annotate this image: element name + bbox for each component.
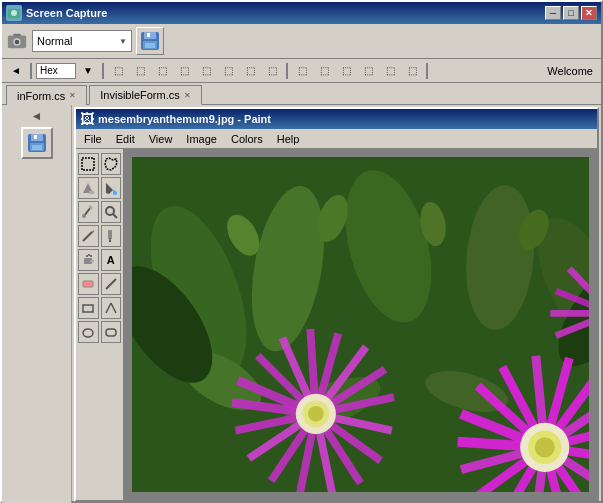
paint-window-title: mesembryanthemum9.jpg - Paint xyxy=(98,113,271,125)
tool-fill[interactable] xyxy=(78,177,99,199)
maximize-button[interactable]: □ xyxy=(563,6,579,20)
window-icon xyxy=(6,5,22,21)
svg-rect-8 xyxy=(147,33,150,37)
menu-image[interactable]: Image xyxy=(180,131,223,147)
tool-row-2 xyxy=(78,177,121,199)
tb-btn-13[interactable]: ⬚ xyxy=(336,62,356,80)
camera-icon xyxy=(6,30,28,52)
flower-image xyxy=(132,157,589,492)
tool-text[interactable]: A xyxy=(101,249,122,271)
minimize-button[interactable]: ─ xyxy=(545,6,561,20)
dropdown-arrow-icon: ▼ xyxy=(119,37,127,46)
tb-btn-4[interactable]: ⬚ xyxy=(130,62,150,80)
tab-inform-close[interactable]: ✕ xyxy=(69,91,76,100)
svg-rect-34 xyxy=(83,305,93,312)
tb-btn-6[interactable]: ⬚ xyxy=(174,62,194,80)
tb-btn-10[interactable]: ⬚ xyxy=(262,62,282,80)
svg-line-23 xyxy=(83,232,92,241)
separator-2 xyxy=(102,63,104,79)
tool-row-5: A xyxy=(78,249,121,271)
tool-row-8 xyxy=(78,321,121,343)
svg-rect-16 xyxy=(82,158,94,170)
tb-btn-12[interactable]: ⬚ xyxy=(314,62,334,80)
svg-rect-10 xyxy=(145,43,155,48)
svg-point-31 xyxy=(90,255,92,257)
svg-rect-38 xyxy=(106,329,116,336)
menu-help[interactable]: Help xyxy=(271,131,306,147)
tool-airbrush[interactable] xyxy=(78,249,99,271)
tb-btn-9[interactable]: ⬚ xyxy=(240,62,260,80)
tb-btn-2[interactable]: ▼ xyxy=(78,62,98,80)
tool-eraser[interactable] xyxy=(78,273,99,295)
menu-colors[interactable]: Colors xyxy=(225,131,269,147)
tool-magnifier[interactable] xyxy=(101,201,122,223)
outer-window: Screen Capture ─ □ ✕ Normal ▼ xyxy=(0,0,603,503)
secondary-toolbar: ◄ Hex ▼ ⬚ ⬚ ⬚ ⬚ ⬚ ⬚ ⬚ ⬚ ⬚ ⬚ ⬚ ⬚ ⬚ ⬚ Welc… xyxy=(2,59,601,83)
separator-1 xyxy=(30,63,32,79)
tool-line[interactable] xyxy=(101,273,122,295)
sidebar-save-button[interactable] xyxy=(21,127,53,159)
tool-row-3 xyxy=(78,201,121,223)
menu-file[interactable]: File xyxy=(78,131,108,147)
svg-point-4 xyxy=(15,40,20,45)
tool-paint-bucket[interactable] xyxy=(101,177,122,199)
left-arrow-icon[interactable]: ◄ xyxy=(31,109,43,123)
tool-pencil[interactable] xyxy=(78,225,99,247)
window-controls: ─ □ ✕ xyxy=(545,6,597,20)
tool-rounded-rect[interactable] xyxy=(101,321,122,343)
tool-eyedropper[interactable] xyxy=(78,201,99,223)
tb-btn-11[interactable]: ⬚ xyxy=(292,62,312,80)
svg-rect-26 xyxy=(109,240,111,242)
tab-bar: inForm.cs ✕ InvisibleForm.cs ✕ xyxy=(2,83,601,105)
tool-brush[interactable] xyxy=(101,225,122,247)
svg-point-21 xyxy=(106,207,114,215)
tool-polygon[interactable] xyxy=(101,297,122,319)
svg-rect-5 xyxy=(13,34,20,37)
tb-btn-1[interactable]: ◄ xyxy=(6,62,26,80)
paint-window: 🖼 mesembryanthemum9.jpg - Paint File Edi… xyxy=(74,107,599,502)
left-sidebar: ◄ xyxy=(2,105,72,503)
tb-btn-16[interactable]: ⬚ xyxy=(402,62,422,80)
tool-ellipse[interactable] xyxy=(78,321,99,343)
svg-point-29 xyxy=(86,255,88,257)
paint-body: A xyxy=(76,149,597,500)
mode-dropdown[interactable]: Normal ▼ xyxy=(32,30,132,52)
tb-btn-14[interactable]: ⬚ xyxy=(358,62,378,80)
canvas-area xyxy=(124,149,597,500)
tool-select-rect[interactable] xyxy=(78,153,99,175)
tb-btn-7[interactable]: ⬚ xyxy=(196,62,216,80)
tool-rect[interactable] xyxy=(78,297,99,319)
paint-title-bar: 🖼 mesembryanthemum9.jpg - Paint xyxy=(76,109,597,129)
svg-line-36 xyxy=(111,303,116,313)
tool-row-7 xyxy=(78,297,121,319)
main-body: ◄ 🖼 mesembryanthemum9.jpg - Paint F xyxy=(2,105,601,503)
tab-inform[interactable]: inForm.cs ✕ xyxy=(6,85,87,105)
svg-point-30 xyxy=(88,254,90,256)
svg-point-37 xyxy=(83,329,93,337)
svg-line-22 xyxy=(113,214,117,218)
close-button[interactable]: ✕ xyxy=(581,6,597,20)
menu-edit[interactable]: Edit xyxy=(110,131,141,147)
toolbox: A xyxy=(76,149,124,500)
tb-btn-15[interactable]: ⬚ xyxy=(380,62,400,80)
svg-line-35 xyxy=(106,303,111,313)
hex-dropdown[interactable]: Hex xyxy=(36,63,76,79)
svg-point-1 xyxy=(11,10,17,16)
paint-menu: File Edit View Image Colors Help xyxy=(76,129,597,149)
tool-row-6 xyxy=(78,273,121,295)
tb-btn-3[interactable]: ⬚ xyxy=(108,62,128,80)
svg-rect-25 xyxy=(108,230,112,238)
tb-btn-5[interactable]: ⬚ xyxy=(152,62,172,80)
save-button[interactable] xyxy=(136,27,164,55)
tool-select-free[interactable] xyxy=(101,153,122,175)
main-toolbar: Normal ▼ xyxy=(2,24,601,59)
menu-view[interactable]: View xyxy=(143,131,179,147)
paint-window-icon: 🖼 xyxy=(80,111,94,127)
mode-label: Normal xyxy=(37,35,115,47)
svg-rect-15 xyxy=(32,145,42,150)
tab-invisibleform-close[interactable]: ✕ xyxy=(184,91,191,100)
svg-rect-100 xyxy=(132,157,589,492)
tb-btn-8[interactable]: ⬚ xyxy=(218,62,238,80)
tab-invisibleform[interactable]: InvisibleForm.cs ✕ xyxy=(89,85,201,105)
svg-rect-28 xyxy=(90,260,94,262)
